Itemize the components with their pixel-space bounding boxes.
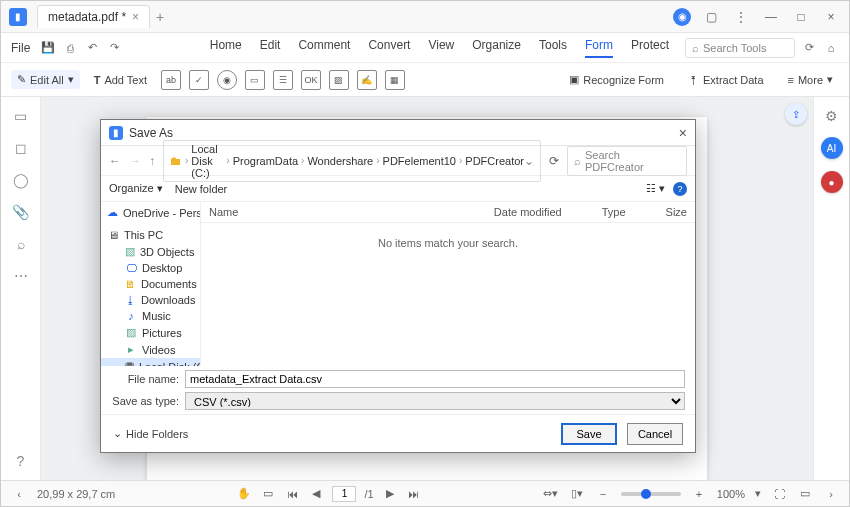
crumb-1[interactable]: ProgramData	[233, 155, 298, 167]
attachments-icon[interactable]: 📎	[12, 203, 30, 221]
menu-protect[interactable]: Protect	[631, 38, 669, 58]
first-page-icon[interactable]: ⏮	[284, 486, 300, 502]
crumb-3[interactable]: PDFelement10	[383, 155, 456, 167]
combobox-icon[interactable]: ▭	[245, 70, 265, 90]
radio-icon[interactable]: ◉	[217, 70, 237, 90]
new-folder-button[interactable]: New folder	[175, 183, 228, 195]
tree-3dobjects[interactable]: ▧3D Objects	[101, 243, 200, 260]
tree-thispc[interactable]: 🖥This PC	[101, 227, 200, 243]
filename-input[interactable]	[185, 370, 685, 388]
thumbnails-icon[interactable]: ▭	[12, 107, 30, 125]
listbox-icon[interactable]: ☰	[273, 70, 293, 90]
folder-tree[interactable]: ☁OneDrive - Person 🖥This PC ▧3D Objects …	[101, 202, 201, 366]
prev-icon[interactable]: ◀	[308, 486, 324, 502]
col-date[interactable]: Date modified	[494, 206, 562, 218]
undo-icon[interactable]: ↶	[84, 40, 100, 56]
add-text-button[interactable]: T Add Text	[88, 71, 153, 89]
file-menu[interactable]: File	[11, 41, 30, 55]
back-icon[interactable]: ←	[109, 154, 121, 168]
tree-localdisk-c[interactable]: ⛃Local Disk (C:)	[101, 358, 200, 366]
assist-float-icon[interactable]: ●	[821, 171, 843, 193]
search-icon[interactable]: ⌕	[12, 235, 30, 253]
bookmarks-icon[interactable]: ◻	[12, 139, 30, 157]
kebab-icon[interactable]: ⋮	[731, 7, 751, 27]
more-side-icon[interactable]: ⋯	[12, 267, 30, 285]
menu-home[interactable]: Home	[210, 38, 242, 58]
forward-icon[interactable]: →	[129, 154, 141, 168]
crumb-chevron-icon[interactable]: ⌄	[524, 154, 534, 168]
menu-form[interactable]: Form	[585, 38, 613, 58]
single-page-icon[interactable]: ▯▾	[569, 486, 585, 502]
signature-icon[interactable]: ✍	[357, 70, 377, 90]
zoom-chevron-icon[interactable]: ▾	[755, 487, 761, 500]
read-mode-icon[interactable]: ▭	[797, 486, 813, 502]
redo-icon[interactable]: ↷	[106, 40, 122, 56]
dialog-search-input[interactable]: ⌕ Search PDFCreator	[567, 146, 687, 176]
checkbox-icon[interactable]: ✓	[189, 70, 209, 90]
menu-comment[interactable]: Comment	[298, 38, 350, 58]
savetype-select[interactable]: CSV (*.csv)	[185, 392, 685, 410]
dialog-close-icon[interactable]: ×	[679, 125, 687, 141]
hand-tool-icon[interactable]: ✋	[236, 486, 252, 502]
document-tab[interactable]: metadata.pdf * ×	[37, 5, 150, 28]
menu-view[interactable]: View	[428, 38, 454, 58]
menu-organize[interactable]: Organize	[472, 38, 521, 58]
minimize-icon[interactable]: —	[761, 7, 781, 27]
home-icon[interactable]: ⌂	[823, 40, 839, 56]
crumb-0[interactable]: Local Disk (C:)	[191, 143, 223, 179]
zoom-out-icon[interactable]: −	[595, 486, 611, 502]
cancel-button[interactable]: Cancel	[627, 423, 683, 445]
edit-all-button[interactable]: ✎ Edit All ▾	[11, 70, 80, 89]
up-icon[interactable]: ↑	[149, 154, 155, 168]
help-icon[interactable]: ?	[12, 452, 30, 470]
search-tools-input[interactable]: ⌕ Search Tools	[685, 38, 795, 58]
prev-page-icon[interactable]: ‹	[11, 486, 27, 502]
tree-desktop[interactable]: 🖵Desktop	[101, 260, 200, 276]
view-mode-icon[interactable]: ☷ ▾	[646, 182, 665, 195]
col-type[interactable]: Type	[602, 206, 626, 218]
menu-convert[interactable]: Convert	[368, 38, 410, 58]
more-button[interactable]: ≡ More ▾	[782, 70, 839, 89]
fullscreen-icon[interactable]: ⛶	[771, 486, 787, 502]
refresh-icon[interactable]: ⟳	[549, 154, 559, 168]
zoom-thumb[interactable]	[641, 489, 651, 499]
comments-icon[interactable]: ◯	[12, 171, 30, 189]
maximize-icon[interactable]: □	[791, 7, 811, 27]
organize-button[interactable]: Organize ▾	[109, 182, 163, 195]
save-button[interactable]: Save	[561, 423, 617, 445]
next-page-icon[interactable]: ›	[823, 486, 839, 502]
settings-icon[interactable]: ⚙	[823, 107, 841, 125]
tree-documents[interactable]: 🗎Documents	[101, 276, 200, 292]
crumb-2[interactable]: Wondershare	[307, 155, 373, 167]
tree-music[interactable]: ♪Music	[101, 308, 200, 324]
col-name[interactable]: Name	[209, 206, 454, 218]
menu-tools[interactable]: Tools	[539, 38, 567, 58]
print-icon[interactable]: ⎙	[62, 40, 78, 56]
tree-onedrive[interactable]: ☁OneDrive - Person	[101, 204, 200, 221]
window-close-icon[interactable]: ×	[821, 7, 841, 27]
image-field-icon[interactable]: ▨	[329, 70, 349, 90]
select-tool-icon[interactable]: ▭	[260, 486, 276, 502]
button-icon[interactable]: OK	[301, 70, 321, 90]
page-number-input[interactable]	[332, 486, 356, 502]
col-size[interactable]: Size	[666, 206, 687, 218]
date-field-icon[interactable]: ▦	[385, 70, 405, 90]
cloud-icon[interactable]: ⟳	[801, 40, 817, 56]
new-tab-icon[interactable]: +	[156, 9, 164, 25]
list-header[interactable]: Name Date modified Type Size	[201, 202, 695, 223]
extract-data-button[interactable]: ⭱ Extract Data	[682, 71, 770, 89]
tree-pictures[interactable]: ▨Pictures	[101, 324, 200, 341]
crumb-4[interactable]: PDFCreator	[465, 155, 524, 167]
avatar-icon[interactable]: ◉	[673, 8, 691, 26]
textfield-icon[interactable]: ab	[161, 70, 181, 90]
hide-folders-button[interactable]: ⌄Hide Folders	[113, 427, 188, 440]
close-tab-icon[interactable]: ×	[132, 10, 139, 24]
help-icon[interactable]: ?	[673, 182, 687, 196]
panel-icon[interactable]: ▢	[701, 7, 721, 27]
zoom-slider[interactable]	[621, 492, 681, 496]
save-icon[interactable]: 💾	[40, 40, 56, 56]
recognize-form-button[interactable]: ▣ Recognize Form	[563, 70, 670, 89]
next-icon[interactable]: ▶	[382, 486, 398, 502]
menu-edit[interactable]: Edit	[260, 38, 281, 58]
ai-float-icon[interactable]: AI	[821, 137, 843, 159]
